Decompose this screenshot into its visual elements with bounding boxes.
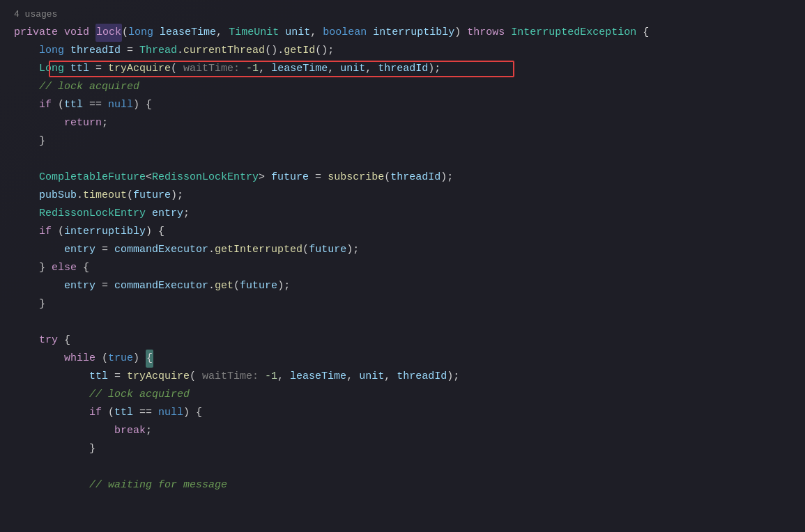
paren9: ); <box>171 187 183 205</box>
comment-lock-acquired2: // lock acquired <box>89 386 190 404</box>
comma8: , <box>384 368 397 386</box>
semi: ; <box>102 114 108 132</box>
semi3: ; <box>146 422 152 440</box>
code-line-ttl: Long ttl = tryAcquire ( waitTime: -1 , l… <box>14 60 805 78</box>
paren-close: ) <box>454 24 467 42</box>
paren14: ( <box>233 277 240 295</box>
paren4: ( <box>58 96 64 114</box>
assign4: = <box>95 241 114 259</box>
code-line-close1: } <box>14 132 805 150</box>
keyword-null: null <box>108 96 133 114</box>
paren17: ( <box>190 368 202 386</box>
keyword-while: while <box>64 350 95 368</box>
generic2: > <box>259 169 271 187</box>
space6: ( <box>95 350 108 368</box>
type-redisson2: RedissonLockEntry <box>39 205 146 223</box>
code-line-ttl2: ttl = tryAcquire ( waitTime: -1 , leaseT… <box>14 368 805 386</box>
keyword-if3: if <box>89 404 108 422</box>
paren13: ); <box>346 241 359 259</box>
assign5: = <box>95 277 114 295</box>
brace-close4: } <box>89 440 95 458</box>
keyword-private: private <box>14 24 64 42</box>
comma6: , <box>277 368 290 386</box>
type-timeunit: TimeUnit <box>229 24 279 42</box>
assign6: = <box>108 368 127 386</box>
empty-line-2 <box>14 313 805 331</box>
param-threadid3: threadId <box>390 169 440 187</box>
code-line-entry-get: entry = commandExecutor . get ( future )… <box>14 277 805 295</box>
param-unit2: unit <box>340 60 365 78</box>
comma-1: , <box>216 24 229 42</box>
usages-label: 4 usages <box>14 7 805 22</box>
paren11: ) { <box>146 223 164 241</box>
parens2: (); <box>315 42 334 60</box>
hint-waittime2: waitTime: <box>202 368 265 386</box>
var-ttl4: ttl <box>114 404 133 422</box>
param-leasetime3: leaseTime <box>290 368 346 386</box>
num-neg1: -1 <box>246 60 259 78</box>
param-future3: future <box>240 277 277 295</box>
var-entry2: entry <box>64 241 95 259</box>
code-line-comment3: // waiting for message <box>14 476 805 494</box>
space-1 <box>153 24 160 42</box>
param-leasetime: leaseTime <box>160 24 216 42</box>
type-interrupted: InterruptedException <box>511 24 636 42</box>
paren6: ( <box>384 169 390 187</box>
param-unit: unit <box>285 24 310 42</box>
comma3: , <box>259 60 271 78</box>
generic1: < <box>146 169 152 187</box>
var-entry: entry <box>152 205 183 223</box>
param-threadid2: threadId <box>378 60 428 78</box>
keyword-true: true <box>108 350 133 368</box>
paren8: ( <box>127 187 133 205</box>
hint-waittime: waitTime: <box>183 60 246 78</box>
empty-line-1 <box>14 150 805 169</box>
type-boolean: boolean <box>323 24 367 42</box>
dot3: . <box>208 241 215 259</box>
keyword-throws: throws <box>467 24 505 42</box>
var-cmdexec: commandExecutor <box>114 241 208 259</box>
semi2: ; <box>183 205 190 223</box>
type-completable: CompletableFuture <box>39 169 146 187</box>
comment-waiting: // waiting for message <box>89 476 227 494</box>
method-name-lock: lock <box>95 24 122 42</box>
parens: (). <box>265 42 284 60</box>
dot4: . <box>208 277 215 295</box>
dot: . <box>177 42 183 60</box>
keyword-void: void <box>64 24 95 42</box>
fn-timeout: timeout <box>83 187 127 205</box>
code-line-close3: } <box>14 440 805 458</box>
param-unit3: unit <box>359 368 384 386</box>
code-line-comment1: // lock acquired <box>14 78 805 96</box>
code-line-if-ttl2: if ( ttl == null ) { <box>14 404 805 422</box>
brace-close1: } <box>39 132 45 150</box>
var-pubsub: pubSub <box>39 187 77 205</box>
comma-2: , <box>310 24 323 42</box>
keyword-else: else <box>52 259 77 277</box>
param-interruptibly: interruptibly <box>373 24 454 42</box>
code-line-close2: } <box>14 295 805 313</box>
assign3: = <box>309 169 328 187</box>
dot2: . <box>77 187 83 205</box>
code-editor: 4 usages private void lock ( long leaseT… <box>0 0 805 532</box>
empty-line-3 <box>14 458 805 476</box>
cursor-brace: { <box>146 350 153 368</box>
keyword-try: try <box>39 331 58 350</box>
paren5: ) { <box>133 96 152 114</box>
var-ttl2: ttl <box>64 96 83 114</box>
paren3: ( <box>171 60 183 78</box>
paren10: ( <box>58 223 64 241</box>
code-line-completable: CompletableFuture < RedissonLockEntry > … <box>14 169 805 187</box>
num-neg2: -1 <box>265 368 277 386</box>
type-long3: Long <box>39 60 64 78</box>
var-future: future <box>271 169 309 187</box>
space <box>64 60 70 78</box>
paren19: ( <box>108 404 114 422</box>
keyword-return: return <box>64 114 102 132</box>
paren7: ); <box>440 169 453 187</box>
var-cmdexec2: commandExecutor <box>114 277 208 295</box>
paren18: ); <box>447 368 459 386</box>
space-4 <box>505 24 511 42</box>
space <box>64 42 70 60</box>
param-future: future <box>133 187 171 205</box>
